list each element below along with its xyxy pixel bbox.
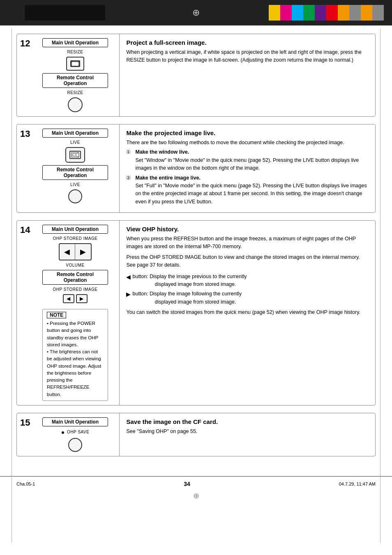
- page-content: 12 Main Unit Operation RESIZE: [0, 25, 392, 472]
- item-2-num: ②: [126, 174, 133, 206]
- cb-cyan: [292, 5, 303, 21]
- section-15-title: Save the image on the CF card.: [126, 418, 369, 425]
- section-13-number: 13: [17, 124, 33, 212]
- item-1-content: Make the window live. Set "Window" in "M…: [135, 148, 369, 172]
- live-icon-svg: [71, 152, 79, 158]
- section-15-btn-label: OHP SAVE: [67, 430, 89, 434]
- section-12-remote-label: Remote Control Operation: [42, 73, 108, 88]
- section-13-intro: There are the two following methods to m…: [126, 139, 369, 147]
- section-15-right: Save the image on the CF card. See "Savi…: [120, 413, 375, 456]
- section-13-title: Make the projected image live.: [126, 129, 369, 136]
- section-12-title: Project a full-screen image.: [126, 39, 369, 46]
- color-blocks-left: [25, 5, 105, 21]
- right-margin-line: [380, 29, 380, 543]
- cb-green: [303, 5, 315, 21]
- cb-red: [326, 5, 338, 21]
- ohp-remote-prev-button[interactable]: ◀: [63, 294, 74, 303]
- section-13-main-btn-label: LIVE: [70, 140, 80, 145]
- item-2-detail: Set "Full" in "Movie mode" in the quick …: [135, 183, 367, 205]
- section-13-item-2: ② Make the entire image live. Set "Full"…: [126, 174, 369, 206]
- footer-crosshair: ⊕: [0, 491, 392, 504]
- cb-pink: [280, 5, 292, 21]
- cb-black-2: [36, 5, 48, 21]
- section-13-right: Make the projected image live. There are…: [120, 124, 375, 212]
- ohp-next-button[interactable]: ▶: [75, 244, 91, 260]
- section-14-main-btn-label: OHP STORED IMAGE: [53, 236, 98, 241]
- section-13-item-1: ① Make the window live. Set "Window" in …: [126, 148, 369, 172]
- section-15-left: Main Unit Operation ● OHP SAVE: [33, 413, 120, 456]
- cb-black-5: [71, 5, 82, 21]
- page-number: 34: [184, 481, 190, 487]
- left-margin-line: [12, 29, 12, 543]
- live-main-button[interactable]: [65, 147, 85, 163]
- header-bar: ⊕: [0, 0, 392, 25]
- item-1-detail: Set "Window" in "Movie mode" in the quic…: [135, 157, 359, 171]
- section-14-arrow-left-row: ◀ button: Display the image previous to …: [126, 273, 369, 289]
- section-12-body: When projecting a vertical image, if whi…: [126, 48, 369, 64]
- section-14-body2: Press the OHP STORED IMAGE button to vie…: [126, 253, 369, 269]
- cb-black-1: [25, 5, 36, 21]
- resize-icon-inner: [70, 60, 80, 67]
- ohp-save-wrapper: ● OHP SAVE: [61, 429, 90, 435]
- cb-orange-1: [338, 5, 349, 21]
- section-15-body: See "Saving OHP" on page 55.: [126, 428, 369, 435]
- ohp-stored-image-buttons: ◀ ▶: [59, 243, 92, 260]
- section-15-main-unit-label: Main Unit Operation: [42, 417, 108, 426]
- section-12-left: Main Unit Operation RESIZE: [33, 34, 120, 116]
- section-14-arrow-right-text: button: Display the image following the …: [132, 290, 241, 306]
- section-15-body-text: See "Saving OHP" on page 55.: [126, 428, 369, 435]
- ohp-prev-button[interactable]: ◀: [60, 244, 75, 260]
- section-13-left: Main Unit Operation LIVE Remote Control …: [33, 124, 120, 212]
- footer-crosshair-icon: ⊕: [193, 492, 199, 500]
- section-14-arrow-right-row: ▶ button: Display the image following th…: [126, 290, 369, 306]
- section-14-body1: When you press the REFRESH button and th…: [126, 235, 369, 251]
- item-2-heading: Make the entire image live.: [135, 175, 200, 181]
- arrow-left-icon: ◀: [126, 273, 131, 282]
- section-15-card: 15 Main Unit Operation ● OHP SAVE Save t…: [16, 413, 376, 456]
- cb-orange-2: [361, 5, 372, 21]
- section-15-number: 15: [17, 413, 33, 456]
- svg-rect-10: [73, 154, 76, 156]
- footer-right: 04.7.29, 11:47 AM: [339, 481, 376, 486]
- crosshair-icon: ⊕: [192, 7, 200, 18]
- note-label: NOTE: [47, 312, 66, 318]
- section-13-card: 13 Main Unit Operation LIVE Remote Contr…: [16, 124, 376, 213]
- section-14-main-unit-label: Main Unit Operation: [42, 225, 108, 234]
- resize-main-button[interactable]: [66, 57, 84, 71]
- note-text: • Pressing the POWER button and going in…: [47, 320, 104, 398]
- section-14-left: Main Unit Operation OHP STORED IMAGE ◀ ▶…: [33, 221, 120, 405]
- svg-rect-0: [71, 62, 79, 66]
- cb-gray-2: [372, 5, 384, 21]
- section-13-body: There are the two following methods to m…: [126, 139, 369, 206]
- section-14-remote-btn-label: OHP STORED IMAGE: [53, 287, 98, 292]
- cb-black-7: [94, 5, 105, 21]
- cb-yellow: [269, 5, 280, 21]
- section-12-main-unit-label: Main Unit Operation: [42, 38, 108, 47]
- ohp-remote-buttons: ◀ ▶: [63, 294, 88, 303]
- ohp-save-button[interactable]: [68, 438, 82, 452]
- section-13-main-unit-label: Main Unit Operation: [42, 129, 108, 138]
- section-14-remote-label: Remote Control Operation: [42, 270, 108, 285]
- cb-black-3: [48, 5, 59, 21]
- section-14-arrow-left-text: button: Display the image previous to th…: [132, 273, 247, 289]
- section-14-card: 14 Main Unit Operation OHP STORED IMAGE …: [16, 220, 376, 405]
- section-13-remote-label: Remote Control Operation: [42, 165, 108, 180]
- section-12-body-text: When projecting a vertical image, if whi…: [126, 48, 369, 64]
- cb-black-6: [82, 5, 94, 21]
- note-line-2: • The brightness can not be adjusted whe…: [47, 348, 104, 398]
- footer-left: Cha.05-1: [16, 481, 35, 486]
- arrow-right-icon: ▶: [126, 290, 131, 299]
- item-2-content: Make the entire image live. Set "Full" i…: [135, 174, 369, 206]
- live-remote-button[interactable]: [68, 189, 82, 203]
- section-12-card: 12 Main Unit Operation RESIZE: [16, 34, 376, 117]
- svg-line-11: [76, 153, 78, 154]
- cb-gray-1: [349, 5, 361, 21]
- item-1-num: ①: [126, 148, 133, 172]
- ohp-remote-next-button[interactable]: ▶: [76, 294, 88, 303]
- section-14-title: View OHP history.: [126, 226, 369, 233]
- color-blocks-right: [269, 5, 384, 21]
- resize-remote-button[interactable]: [68, 97, 83, 112]
- cb-purple: [315, 5, 326, 21]
- resize-icon-svg: [71, 61, 79, 67]
- ohp-save-dot-char: ●: [61, 429, 65, 435]
